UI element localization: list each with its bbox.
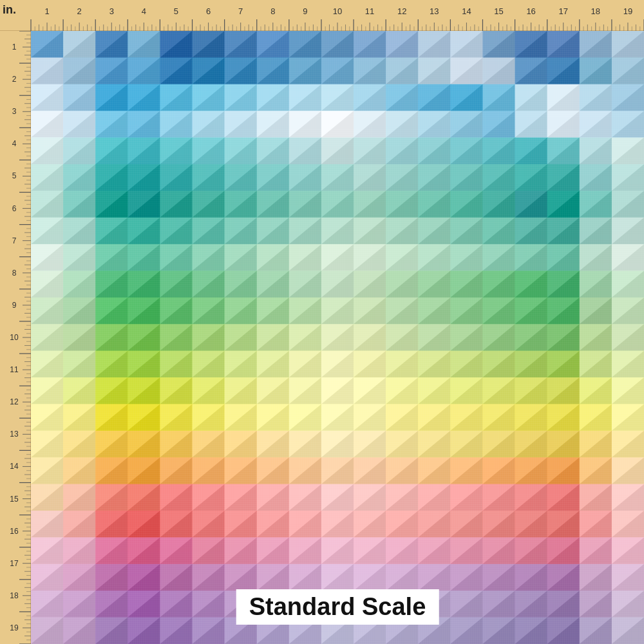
svg-text:19: 19 — [10, 623, 19, 632]
svg-text:7: 7 — [238, 6, 243, 16]
svg-text:15: 15 — [10, 495, 19, 504]
fabric-area: Standard Scale — [31, 31, 644, 644]
svg-text:5: 5 — [12, 171, 17, 180]
svg-text:1: 1 — [44, 6, 49, 16]
standard-scale-label: Standard Scale — [236, 589, 439, 625]
svg-text:6: 6 — [12, 204, 17, 213]
svg-text:11: 11 — [365, 6, 374, 16]
svg-text:16: 16 — [10, 527, 19, 536]
svg-text:18: 18 — [10, 591, 19, 600]
ruler-top: 12345678910111213141516171819 — [0, 0, 644, 31]
svg-text:15: 15 — [494, 6, 503, 16]
svg-text:17: 17 — [559, 6, 568, 16]
main-container: 12345678910111213141516171819 1234567891… — [0, 0, 644, 644]
svg-text:13: 13 — [430, 6, 439, 16]
svg-text:12: 12 — [10, 397, 19, 406]
svg-text:18: 18 — [591, 6, 600, 16]
svg-text:13: 13 — [10, 430, 19, 439]
svg-text:5: 5 — [174, 6, 178, 16]
svg-text:12: 12 — [397, 6, 406, 16]
svg-text:2: 2 — [77, 6, 82, 16]
svg-text:11: 11 — [10, 365, 19, 374]
ruler-unit-label: in. — [3, 4, 16, 15]
svg-text:19: 19 — [623, 6, 632, 16]
svg-text:3: 3 — [12, 107, 17, 116]
svg-text:7: 7 — [12, 236, 17, 245]
svg-text:3: 3 — [109, 6, 114, 16]
fabric-canvas — [31, 31, 644, 644]
svg-text:9: 9 — [303, 6, 307, 16]
svg-text:2: 2 — [12, 75, 17, 84]
svg-text:14: 14 — [462, 6, 471, 16]
ruler-top-svg: 12345678910111213141516171819 — [0, 0, 644, 31]
svg-text:4: 4 — [12, 139, 17, 148]
svg-text:6: 6 — [206, 6, 211, 16]
ruler-left-svg: 12345678910111213141516171819 — [0, 0, 31, 644]
svg-text:4: 4 — [142, 6, 146, 16]
svg-text:1: 1 — [12, 43, 17, 52]
svg-text:10: 10 — [333, 6, 342, 16]
svg-text:17: 17 — [10, 559, 19, 568]
svg-text:10: 10 — [10, 333, 19, 342]
svg-text:8: 8 — [270, 6, 275, 16]
svg-text:9: 9 — [12, 301, 17, 310]
svg-text:8: 8 — [12, 269, 17, 278]
svg-text:14: 14 — [10, 462, 19, 471]
svg-text:16: 16 — [526, 6, 535, 16]
ruler-left: 12345678910111213141516171819 — [0, 0, 31, 644]
